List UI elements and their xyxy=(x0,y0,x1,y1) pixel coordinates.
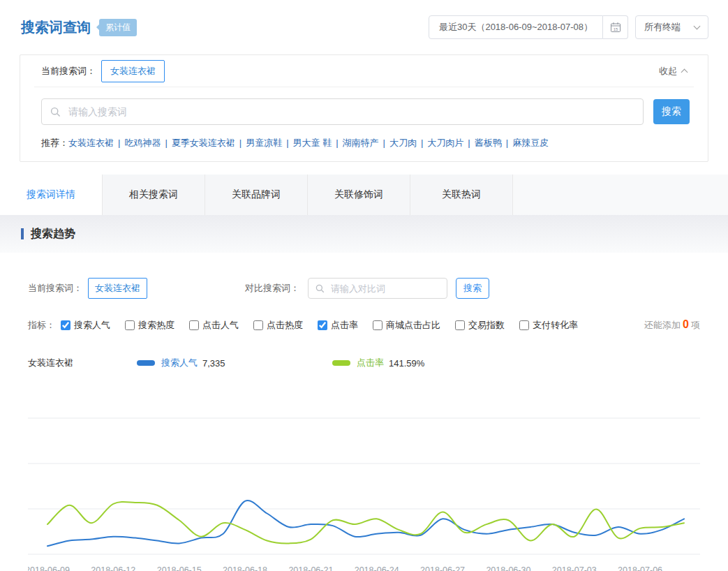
current-keyword-label: 当前搜索词： xyxy=(41,65,96,77)
remaining-slots: 还能添加0项 xyxy=(644,318,700,332)
legend-keyword: 女装连衣裙 xyxy=(28,357,137,369)
legend-item-search-popularity[interactable]: 搜索人气 7,335 xyxy=(137,357,332,369)
compare-search-button[interactable]: 搜索 xyxy=(456,278,489,299)
svg-text:2018-06-18: 2018-06-18 xyxy=(223,565,267,571)
legend-series-value: 7,335 xyxy=(202,358,225,369)
recommend-link[interactable]: 男童凉鞋 xyxy=(246,138,282,148)
metric-label: 搜索热度 xyxy=(138,319,174,332)
metric-checkbox-click-heat[interactable] xyxy=(253,320,263,330)
section-title: 搜索趋势 xyxy=(31,227,75,242)
separator: | xyxy=(165,138,167,148)
recommend-link[interactable]: 女装连衣裙 xyxy=(68,138,114,148)
calendar-icon-day: 15 xyxy=(613,27,618,31)
compare-input[interactable] xyxy=(329,283,440,295)
tab-related-search-words[interactable]: 相关搜索词 xyxy=(103,175,205,215)
search-button[interactable]: 搜索 xyxy=(653,99,690,124)
legend-series-value: 141.59% xyxy=(389,358,424,369)
date-range-picker[interactable]: 最近30天（2018-06-09~2018-07-08） xyxy=(429,15,603,39)
collapse-label: 收起 xyxy=(659,65,677,77)
metric-label: 搜索人气 xyxy=(74,319,110,332)
separator: | xyxy=(286,138,288,148)
metric-checkbox-search-heat[interactable] xyxy=(125,320,135,330)
separator: | xyxy=(421,138,423,148)
tab-bar: 搜索词详情 相关搜索词 关联品牌词 关联修饰词 关联热词 xyxy=(0,175,728,215)
compare-label: 对比搜索词： xyxy=(245,282,299,295)
metric-transaction-index[interactable]: 交易指数 xyxy=(455,319,505,332)
recommend-row: 推荐：女装连衣裙|吃鸡神器|夏季女装连衣裙|男童凉鞋|男大童 鞋|湖南特产|大刀… xyxy=(34,132,694,161)
metric-checkbox-transaction-index[interactable] xyxy=(455,320,465,330)
tab-related-hot-words[interactable]: 关联热词 xyxy=(410,175,513,215)
metric-click-rate[interactable]: 点击率 xyxy=(318,319,358,332)
remaining-count: 0 xyxy=(683,318,689,330)
metric-checkbox-click-rate[interactable] xyxy=(318,320,327,330)
legend-item-click-rate[interactable]: 点击率 141.59% xyxy=(332,357,528,369)
tab-related-modifier-words[interactable]: 关联修饰词 xyxy=(308,175,410,215)
trend-chart: 2018-06-092018-06-122018-06-152018-06-18… xyxy=(28,406,700,571)
terminal-select[interactable]: 所有终端 xyxy=(635,15,708,39)
tab-search-word-detail[interactable]: 搜索词详情 xyxy=(0,175,103,215)
trend-current-tag[interactable]: 女装连衣裙 xyxy=(88,278,147,299)
svg-text:2018-07-06: 2018-07-06 xyxy=(618,565,662,571)
recommend-label: 推荐： xyxy=(41,138,68,148)
recommend-link[interactable]: 酱板鸭 xyxy=(475,138,502,148)
svg-text:2018-06-21: 2018-06-21 xyxy=(288,565,333,571)
search-input[interactable] xyxy=(67,105,634,118)
metric-label: 点击率 xyxy=(331,319,358,332)
trend-section-header: 搜索趋势 xyxy=(0,215,728,253)
chevron-up-icon xyxy=(681,68,688,75)
metric-mall-click-share[interactable]: 商城点击占比 xyxy=(373,319,440,332)
collapse-toggle[interactable]: 收起 xyxy=(659,65,687,77)
title-wrap: 搜索词查询 累计值 xyxy=(21,18,137,37)
recommend-link[interactable]: 男大童 鞋 xyxy=(293,138,332,148)
calendar-button[interactable]: 15 xyxy=(603,15,628,39)
metric-click-heat[interactable]: 点击热度 xyxy=(253,319,303,332)
current-keyword-tag[interactable]: 女装连衣裙 xyxy=(101,60,165,82)
recommend-link[interactable]: 大刀肉 xyxy=(389,138,417,148)
metric-payment-conversion[interactable]: 支付转化率 xyxy=(519,319,578,332)
svg-text:2018-06-15: 2018-06-15 xyxy=(157,565,202,571)
query-panel: 当前搜索词： 女装连衣裙 收起 搜索 推荐：女装连衣裙|吃鸡神器|夏季女装连衣裙… xyxy=(20,54,708,162)
metric-checkbox-mall-click-share[interactable] xyxy=(373,320,382,330)
metric-checkbox-search-popularity[interactable] xyxy=(61,320,70,330)
metric-checkbox-click-popularity[interactable] xyxy=(189,320,199,330)
separator: | xyxy=(506,138,508,148)
cumulative-value-badge: 累计值 xyxy=(99,19,137,36)
trend-keyword-row: 当前搜索词： 女装连衣裙 对比搜索词： 搜索 xyxy=(28,278,700,299)
compare-wrap: 对比搜索词： 搜索 xyxy=(245,278,489,299)
metric-label: 支付转化率 xyxy=(533,319,578,332)
metric-label: 商城点击占比 xyxy=(386,319,440,332)
trend-current-label: 当前搜索词： xyxy=(28,282,82,295)
chart-legend: 女装连衣裙 搜索人气 7,335 点击率 141.59% xyxy=(28,357,700,369)
recommend-link[interactable]: 湖南特产 xyxy=(343,138,379,148)
section-marker xyxy=(21,228,24,239)
metrics-row: 指标： 搜索人气 搜索热度 点击人气 点击热度 点击率 xyxy=(28,318,700,332)
search-icon xyxy=(315,284,325,293)
legend-swatch-green xyxy=(332,360,350,366)
search-word-query-page: 搜索词查询 累计值 最近30天（2018-06-09~2018-07-08） 1… xyxy=(0,0,728,571)
page-title: 搜索词查询 xyxy=(21,18,91,37)
metric-click-popularity[interactable]: 点击人气 xyxy=(189,319,239,332)
calendar-icon: 15 xyxy=(610,22,621,33)
legend-series-name: 搜索人气 xyxy=(161,357,198,369)
svg-text:2018-06-09: 2018-06-09 xyxy=(28,565,70,571)
date-range-group: 最近30天（2018-06-09~2018-07-08） 15 xyxy=(429,15,628,39)
recommend-link[interactable]: 麻辣豆皮 xyxy=(512,138,549,148)
metric-checkbox-payment-conversion[interactable] xyxy=(519,320,529,330)
separator: | xyxy=(336,138,338,148)
tab-related-brand-words[interactable]: 关联品牌词 xyxy=(205,175,308,215)
metric-search-popularity[interactable]: 搜索人气 xyxy=(61,319,110,332)
separator: | xyxy=(468,138,470,148)
trend-chart-canvas: 2018-06-092018-06-122018-06-152018-06-18… xyxy=(28,406,700,571)
current-keyword-row: 当前搜索词： 女装连衣裙 收起 xyxy=(34,55,694,87)
chevron-down-icon xyxy=(694,22,701,29)
terminal-select-value: 所有终端 xyxy=(644,21,681,34)
recommend-link[interactable]: 吃鸡神器 xyxy=(124,138,161,148)
metric-search-heat[interactable]: 搜索热度 xyxy=(125,319,174,332)
metric-label: 点击热度 xyxy=(267,319,303,332)
search-icon xyxy=(50,107,61,117)
recommend-link[interactable]: 夏季女装连衣裙 xyxy=(172,138,235,148)
svg-text:2018-07-03: 2018-07-03 xyxy=(552,565,597,571)
trend-body: 当前搜索词： 女装连衣裙 对比搜索词： 搜索 指标： 搜索人气 xyxy=(0,253,728,571)
recommend-link[interactable]: 大刀肉片 xyxy=(427,138,463,148)
tab-bar-filler xyxy=(513,175,728,215)
